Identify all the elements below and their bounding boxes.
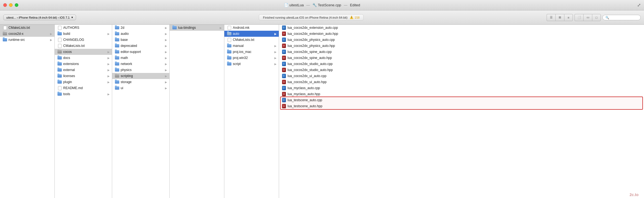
folder-icon — [115, 68, 119, 72]
list-item[interactable]: C lua_cocos2dx_studio_auto.cpp — [279, 61, 644, 67]
arrow-icon: ▶ — [108, 50, 110, 53]
list-item[interactable]: CMakeLists.txt — [55, 43, 112, 49]
outline-view-button[interactable]: ≡ — [564, 14, 573, 21]
arrow-icon: ▶ — [108, 93, 110, 96]
window-controls — [3, 3, 18, 7]
list-item[interactable]: physics ▶ — [112, 67, 169, 73]
list-item[interactable]: auto ▶ — [224, 31, 279, 37]
watermark-text: 2c.to — [630, 193, 639, 197]
folder-icon — [115, 80, 119, 84]
status-bar-center: Finished running uitestLua iOS on iPhone… — [78, 14, 544, 21]
split-h-button[interactable]: ⬜ — [575, 14, 583, 21]
arrow-icon: ▶ — [108, 69, 110, 72]
list-item[interactable]: manual ▶ — [224, 43, 279, 49]
list-item[interactable]: base ▶ — [112, 37, 169, 43]
list-item[interactable]: C lua_cocos2dx_spine_auto.cpp — [279, 49, 644, 55]
list-item[interactable]: editor-support ▶ — [112, 49, 169, 55]
arrow-icon: ▶ — [165, 38, 167, 41]
list-item[interactable]: cocos2d-x ▶ — [0, 31, 54, 37]
arrow-icon: ▶ — [50, 32, 52, 35]
list-item[interactable]: script ▶ — [224, 61, 279, 67]
title-subtitle: TestScene.cpp — [318, 3, 341, 7]
hpp-file-icon: H — [282, 80, 286, 84]
list-item[interactable]: H lua_testscene_auto.hpp — [279, 103, 644, 109]
list-item[interactable]: H lua_cocos2dx_physics_auto.hpp — [279, 43, 644, 49]
list-item[interactable]: Android.mk — [224, 25, 279, 31]
chevron-down-icon: ▾ — [71, 16, 73, 19]
list-item[interactable]: H lua_cocos2dx_spine_auto.hpp — [279, 55, 644, 61]
folder-icon — [227, 44, 231, 48]
folder-icon — [57, 92, 62, 96]
cpp-file-icon: C — [282, 62, 286, 66]
list-item[interactable]: H lua_myclass_auto.hpp — [279, 91, 644, 97]
hpp-file-icon: H — [282, 32, 286, 36]
list-item[interactable]: H lua_cocos2dx_studio_auto.hpp — [279, 67, 644, 73]
search-input[interactable] — [602, 15, 641, 20]
list-item[interactable]: storage ▶ — [112, 79, 169, 85]
column-6: C lua_cocos2dx_extension_auto.cpp H lua_… — [279, 25, 644, 198]
list-item[interactable]: cocos ▶ — [55, 49, 112, 55]
scheme-dropdown[interactable]: uitest... › iPhone Retina (4-inch 64-bit… — [3, 15, 76, 20]
folder-icon — [227, 62, 231, 66]
list-item[interactable]: plugin ▶ — [55, 79, 112, 85]
arrow-icon: ▶ — [50, 38, 52, 41]
columns-area: CMakeLists.txt cocos2d-x ▶ runtime-src ▶… — [0, 25, 644, 198]
list-item[interactable]: CHANGELOG — [55, 37, 112, 43]
list-item[interactable]: C lua_testscene_auto.cpp — [279, 97, 644, 103]
list-item[interactable]: tools ▶ — [55, 91, 112, 97]
cpp-file-icon: C — [282, 86, 286, 90]
list-item[interactable]: build ▶ — [55, 31, 112, 37]
folder-icon — [57, 50, 62, 54]
list-item[interactable]: H lua_cocos2dx_extension_auto.hpp — [279, 31, 644, 37]
hpp-file-icon: H — [282, 92, 286, 96]
list-item[interactable]: scripting ▶ — [112, 73, 169, 79]
list-item[interactable]: lua-bindings ▶ — [170, 25, 224, 31]
list-item[interactable]: deprecated ▶ — [112, 43, 169, 49]
arrow-icon: ▶ — [108, 75, 110, 78]
list-item[interactable]: README.md — [55, 85, 112, 91]
maximize-button[interactable] — [15, 3, 18, 7]
list-item[interactable]: AUTHORS — [55, 25, 112, 31]
list-item[interactable]: CMakeLists.txt — [0, 25, 54, 31]
list-item[interactable]: proj.ios_mac ▶ — [224, 49, 279, 55]
list-item[interactable]: math ▶ — [112, 55, 169, 61]
file-icon — [227, 26, 231, 30]
list-item[interactable]: CMakeLists.txt — [224, 37, 279, 43]
list-item[interactable]: docs ▶ — [55, 55, 112, 61]
column-5: Android.mk auto ▶ CMakeLists.txt manual … — [224, 25, 279, 198]
subtitle-icon: 🔧 — [312, 3, 317, 7]
list-item[interactable]: ui ▶ — [112, 85, 169, 91]
list-item[interactable]: C lua_cocos2dx_ui_auto.cpp — [279, 73, 644, 79]
toolbar-right: ☰ ⊞ ≡ ⬜ ▭ □ — [547, 14, 641, 21]
arrow-icon: ▶ — [220, 26, 222, 29]
file-icon — [57, 26, 62, 30]
folder-icon — [3, 38, 7, 42]
list-item[interactable]: C lua_cocos2dx_extension_auto.cpp — [279, 25, 644, 31]
cpp-file-icon: C — [282, 50, 286, 54]
list-item[interactable]: proj.win32 ▶ — [224, 55, 279, 61]
fullscreen-icon[interactable]: ⤢ — [637, 2, 641, 8]
arrow-icon: ▶ — [274, 56, 277, 60]
close-button[interactable] — [3, 3, 7, 7]
list-item[interactable]: C lua_myclass_auto.cpp — [279, 85, 644, 91]
arrow-icon: ▶ — [274, 32, 277, 35]
hpp-file-icon: H — [282, 44, 286, 48]
split-v-button[interactable]: ▭ — [583, 14, 592, 21]
folder-icon — [172, 26, 177, 30]
arrow-icon: ▶ — [165, 87, 167, 90]
warning-badge: ⚠️ 158 — [350, 16, 359, 19]
list-item[interactable]: 2d ▶ — [112, 25, 169, 31]
list-item[interactable]: network ▶ — [112, 61, 169, 67]
list-item[interactable]: audio ▶ — [112, 31, 169, 37]
minimize-button[interactable] — [9, 3, 13, 7]
list-item[interactable]: extensions ▶ — [55, 61, 112, 67]
full-button[interactable]: □ — [592, 14, 601, 21]
list-view-button[interactable]: ☰ — [547, 14, 555, 21]
list-item[interactable]: H lua_cocos2dx_ui_auto.hpp — [279, 79, 644, 85]
list-item[interactable]: external ▶ — [55, 67, 112, 73]
list-item[interactable]: runtime-src ▶ — [0, 37, 54, 43]
list-item[interactable]: licenses ▶ — [55, 73, 112, 79]
column-1: CMakeLists.txt cocos2d-x ▶ runtime-src ▶ — [0, 25, 55, 198]
list-item[interactable]: C lua_cocos2dx_physics_auto.cpp — [279, 37, 644, 43]
column-view-button[interactable]: ⊞ — [555, 14, 564, 21]
